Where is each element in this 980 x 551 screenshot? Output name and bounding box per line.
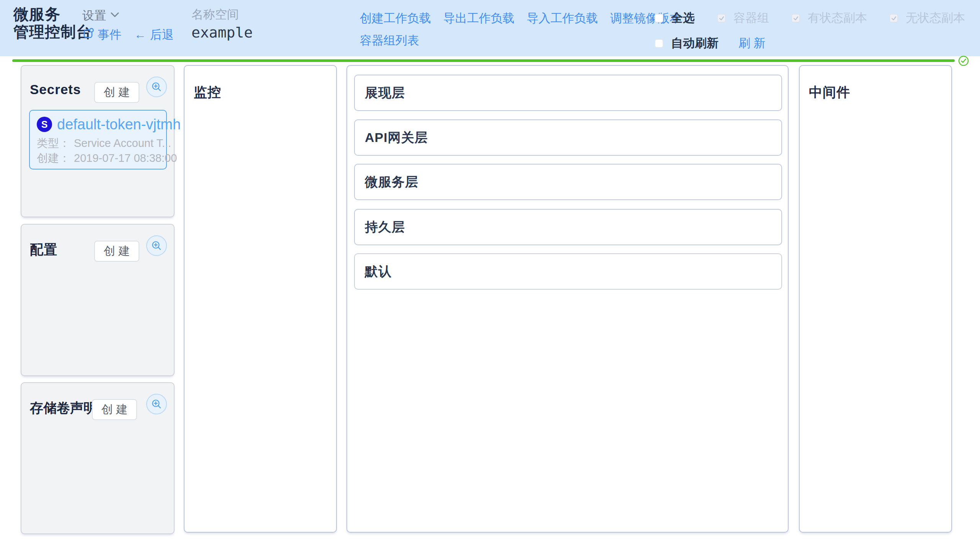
config-create-button[interactable]: 创 建 [94,241,139,262]
app-title: 微服务 管理控制台 [13,5,92,41]
deployment-toggle: 无状态副本 [889,10,965,26]
secrets-zoom-button[interactable] [146,77,167,97]
monitor-panel: 监控 [184,65,337,533]
pvc-panel-title: 存储卷声明 [30,399,97,417]
tier-box-default: 默认 [354,253,782,290]
tier-box-microservice: 微服务层 [354,164,782,200]
secret-badge: S [37,117,52,132]
success-check-icon [958,55,969,66]
events-link[interactable]: 事件 [82,27,121,43]
pvc-panel: 存储卷声明 创 建 [21,382,175,534]
magnifier-plus-icon [151,240,162,251]
tier-label: 展现层 [355,84,405,102]
tier-label: 微服务层 [355,173,418,191]
secret-type-value: Service Account T... [74,136,171,151]
secrets-create-button[interactable]: 创 建 [94,82,139,103]
auto-refresh-label: 自动刷新 [671,35,719,51]
page: 微服务 管理控制台 设置 事件 ← 后退 [0,0,980,551]
back-label: 后退 [150,27,174,43]
secret-type-label: 类型： [37,136,70,151]
settings-label: 设置 [82,8,106,24]
app-title-line1: 微服务 [13,5,92,23]
progress-bar [12,59,955,62]
statefulset-toggle: 有状态副本 [791,10,867,26]
secret-created-label: 创建： [37,151,70,166]
back-arrow-icon: ← [134,28,146,42]
chevron-down-icon [111,12,119,19]
import-workload-link[interactable]: 导入工作负载 [527,10,598,26]
secret-name-link[interactable]: default-token-vjtmh [57,116,181,133]
deployment-checkbox [889,14,898,23]
tier-box-api-gateway: API网关层 [354,119,782,156]
pvc-create-button[interactable]: 创 建 [92,399,137,420]
select-all-checkbox[interactable] [655,14,663,23]
tier-box-persistence: 持久层 [354,209,782,245]
tier-label: API网关层 [355,129,428,147]
config-panel-title: 配置 [30,241,57,259]
select-all-toggle: 全选 [655,10,695,26]
tier-box-presentation: 展现层 [354,75,782,111]
tier-label: 持久层 [355,218,405,236]
settings-dropdown[interactable]: 设置 [82,8,119,23]
auto-refresh-checkbox[interactable] [655,39,663,48]
pvc-zoom-button[interactable] [146,394,167,414]
secrets-panel-title: Secrets [30,82,81,97]
auto-refresh-toggle: 自动刷新 [655,35,719,51]
app-title-line2: 管理控制台 [13,23,92,41]
config-zoom-button[interactable] [146,235,167,256]
pods-label: 容器组 [733,10,769,26]
secrets-panel: Secrets 创 建 S default-token-vjtmh 类型： Se… [21,65,175,217]
statefulset-checkbox [791,14,800,23]
magnifier-plus-icon [151,399,162,409]
export-workload-link[interactable]: 导出工作负载 [443,10,514,26]
select-all-label: 全选 [671,10,695,26]
middleware-panel-title: 中间件 [809,83,850,101]
header: 微服务 管理控制台 设置 事件 ← 后退 [0,0,980,56]
topology-panel: 展现层 API网关层 微服务层 持久层 默认 [346,65,789,533]
refresh-link[interactable]: 刷 新 [738,35,766,51]
namespace-value: example [191,24,253,41]
pods-checkbox [717,14,726,23]
pods-toggle: 容器组 [717,10,769,26]
statefulset-label: 有状态副本 [808,10,867,26]
magnifier-plus-icon [151,82,162,92]
events-icon [82,27,94,43]
events-label: 事件 [98,27,121,43]
config-panel: 配置 创 建 [21,224,175,376]
secret-meta: 类型： Service Account T... 创建： 2019-07-17 … [37,136,159,166]
tier-label: 默认 [355,263,392,280]
monitor-panel-title: 监控 [194,83,221,101]
deployment-label: 无状态副本 [906,10,965,26]
namespace-label: 名称空间 [191,7,239,23]
middleware-panel: 中间件 [799,65,952,533]
back-link[interactable]: ← 后退 [134,27,174,43]
create-workload-link[interactable]: 创建工作负载 [360,10,431,26]
pod-list-link[interactable]: 容器组列表 [360,33,419,49]
secret-card[interactable]: S default-token-vjtmh 类型： Service Accoun… [29,110,167,170]
secret-created-value: 2019-07-17 08:38:00 [74,151,177,166]
